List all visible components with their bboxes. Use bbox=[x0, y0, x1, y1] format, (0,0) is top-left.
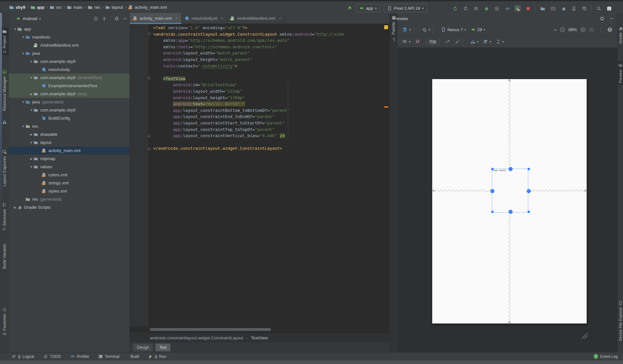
tab-activity-main-xml[interactable]: <>activity_main.xml bbox=[130, 13, 182, 24]
render-errors-icon[interactable] bbox=[607, 27, 613, 32]
align-menu[interactable]: ▾ bbox=[483, 39, 491, 44]
tree-item-drawable[interactable]: ▶drawable bbox=[9, 130, 129, 138]
sidebar-item-device-file-explorer[interactable]: Device File Explorer bbox=[617, 301, 623, 341]
statusbar-item-run[interactable]: 4: Run bbox=[148, 354, 166, 359]
tree-item-exampleinstrumentedtest[interactable]: CExampleInstrumentedTest bbox=[9, 82, 129, 90]
code-line[interactable]: 13 android:text="Hello World! " bbox=[148, 101, 389, 107]
device-picker[interactable]: Nexus 7 ▾ bbox=[441, 27, 466, 32]
run-config-selector[interactable]: app ▾ bbox=[356, 4, 380, 12]
close-icon[interactable] bbox=[175, 17, 178, 20]
breadcrumb-item-sby9[interactable]: sby9 bbox=[9, 5, 25, 10]
breadcrumb-item-app[interactable]: app bbox=[31, 5, 44, 10]
autoconnect-toggle[interactable] bbox=[415, 39, 420, 44]
design-surface-selector[interactable]: ▾ bbox=[402, 27, 411, 32]
zoom-to-fit-icon[interactable] bbox=[589, 27, 594, 32]
constraint-anchor-right[interactable] bbox=[527, 189, 531, 193]
pack-menu[interactable]: ▾ bbox=[470, 39, 479, 44]
clear-constraints[interactable] bbox=[446, 39, 450, 44]
code-line[interactable]: 3 xmlns:app="http://schemas.android.com/… bbox=[148, 37, 389, 44]
guidelines-menu[interactable]: ▾ bbox=[496, 39, 504, 44]
code-line[interactable]: 8 bbox=[148, 69, 389, 76]
code-line[interactable]: 18 app:layout_constraintVertical_bias="0… bbox=[148, 133, 389, 139]
tree-item-gradle-scripts[interactable]: ▶Gradle Scripts bbox=[9, 203, 129, 211]
tree-item-androidmanifest-xml[interactable]: MFAndroidManifest.xml bbox=[9, 41, 129, 49]
infer-constraints[interactable] bbox=[455, 39, 460, 44]
attach-debugger-button[interactable] bbox=[494, 5, 500, 12]
code-line[interactable]: 20</androidx.constraintlayout.widget.Con… bbox=[148, 145, 389, 152]
code-line[interactable]: 7 tools:context=".notoActivity"> bbox=[148, 63, 389, 69]
sync-list-button[interactable] bbox=[473, 5, 479, 12]
chevron-expanded-icon[interactable]: ▼ bbox=[29, 60, 33, 63]
tree-item-manifests[interactable]: ▼manifests bbox=[9, 33, 129, 41]
tab-notoactivity-kt[interactable]: CnotoActivity.kt bbox=[182, 13, 227, 24]
code-line[interactable]: 11 android:layout_width="131dp" bbox=[148, 88, 389, 95]
project-view-selector[interactable]: Android ▾ bbox=[16, 16, 41, 21]
tree-item-values[interactable]: ▼values bbox=[9, 163, 129, 171]
tree-item-styles-xml[interactable]: <>styles.xml bbox=[9, 187, 129, 195]
device-monitor-button[interactable] bbox=[539, 5, 546, 12]
editor-breadcrumb-item[interactable]: TextView bbox=[251, 335, 268, 340]
tree-item-mipmap[interactable]: ▶mipmap bbox=[9, 155, 129, 163]
gear-icon[interactable] bbox=[600, 16, 605, 21]
debug-button[interactable] bbox=[483, 5, 490, 12]
device-selector[interactable]: Pixel 2 API 24 ▾ bbox=[384, 4, 427, 12]
palette-collapsed-tab[interactable]: Palette bbox=[389, 13, 397, 360]
tree-item-res[interactable]: ▼res bbox=[9, 122, 129, 130]
zoom-in-icon[interactable] bbox=[580, 27, 586, 32]
tree-item-colors-xml[interactable]: <>colors.xml bbox=[9, 171, 129, 179]
build-hammer-icon[interactable] bbox=[347, 6, 352, 11]
breadcrumb-item-layout[interactable]: layout bbox=[105, 5, 123, 10]
apply-changes-button[interactable] bbox=[462, 5, 469, 12]
resize-handle-top-left[interactable] bbox=[491, 168, 494, 170]
scrollbar-thumb[interactable] bbox=[150, 328, 271, 331]
component-tree-icon[interactable] bbox=[392, 38, 396, 42]
chevron-expanded-icon[interactable]: ▼ bbox=[29, 165, 33, 169]
constraint-anchor-bottom[interactable] bbox=[508, 210, 513, 214]
chevron-collapsed-icon[interactable]: ▶ bbox=[29, 133, 33, 136]
api-picker[interactable]: 29 ▾ bbox=[471, 27, 485, 32]
hide-panel-icon[interactable] bbox=[609, 16, 614, 21]
event-log-button[interactable]: 2 Event Log bbox=[593, 354, 618, 359]
tree-item-strings-xml[interactable]: <>strings.xml bbox=[9, 179, 129, 187]
chevron-expanded-icon[interactable]: ▼ bbox=[21, 52, 25, 55]
sidebar-item-build-blocks[interactable] bbox=[0, 120, 9, 124]
code-line[interactable]: 1<?xml version="1.0" encoding="utf-8"?> bbox=[148, 25, 389, 31]
chevron-expanded-icon[interactable]: ▼ bbox=[29, 76, 33, 79]
constraint-anchor-left[interactable] bbox=[490, 189, 495, 193]
device-manager-button[interactable] bbox=[570, 5, 577, 12]
sidebar-item-preview[interactable]: Preview bbox=[617, 61, 623, 85]
canvas-resize-handle[interactable] bbox=[581, 332, 588, 339]
chevron-expanded-icon[interactable]: ▼ bbox=[29, 141, 33, 144]
mode-tab-text[interactable]: Text bbox=[155, 344, 170, 351]
code-line[interactable]: 4 xmlns:tools="http://schemas.android.co… bbox=[148, 44, 389, 50]
tree-item-res-generated[interactable]: res(generated) bbox=[9, 195, 129, 203]
code-line[interactable]: 14 app:layout_constraintBottom_toBottomO… bbox=[148, 107, 389, 114]
default-margins[interactable]: 0dp bbox=[425, 38, 441, 45]
mode-tab-design[interactable]: Design bbox=[133, 344, 153, 351]
stop-button[interactable] bbox=[525, 5, 531, 12]
tree-item-com-example-sby9-test[interactable]: ▶com.example.sby9(test) bbox=[9, 90, 129, 98]
chevron-expanded-icon[interactable]: ▼ bbox=[21, 125, 25, 128]
breadcrumb-item-res[interactable]: res bbox=[88, 5, 100, 10]
search-everywhere-button[interactable] bbox=[595, 5, 602, 12]
sidebar-item-layout-captures[interactable]: Layout Captures bbox=[0, 150, 9, 186]
chevron-expanded-icon[interactable]: ▼ bbox=[21, 36, 25, 39]
sidebar-item-resource-manager[interactable]: Resource Manager bbox=[0, 70, 9, 111]
code-line[interactable]: 5 android:layout_width="match_parent" bbox=[148, 50, 389, 56]
constraint-anchor-top[interactable] bbox=[508, 167, 513, 171]
code-line[interactable]: 19 bbox=[148, 139, 389, 146]
warning-stripe-marker[interactable] bbox=[384, 106, 388, 108]
orientation-selector[interactable]: ▾ bbox=[421, 27, 430, 32]
tree-item-java[interactable]: ▼java bbox=[9, 49, 129, 57]
sidebar-item-gradle[interactable]: Gradle bbox=[617, 26, 623, 44]
zoom-out-icon[interactable] bbox=[560, 27, 565, 32]
code-line[interactable]: 10 android:id="@+id/textView" bbox=[148, 82, 389, 88]
fold-marker[interactable] bbox=[148, 31, 151, 38]
chevron-expanded-icon[interactable]: ▼ bbox=[13, 28, 17, 31]
code-line[interactable]: 17 app:layout_constraintTop_toTopOf="par… bbox=[148, 126, 389, 133]
attach-android-debugger-button[interactable] bbox=[514, 5, 521, 12]
statusbar-item-terminal[interactable]: Terminal bbox=[98, 354, 119, 359]
tree-item-activity-main-xml[interactable]: <>activity_main.xml bbox=[9, 147, 129, 155]
gradle-sync-button[interactable] bbox=[560, 5, 567, 12]
sidebar-item-2-favorites[interactable]: 2: Favorites bbox=[0, 307, 9, 335]
